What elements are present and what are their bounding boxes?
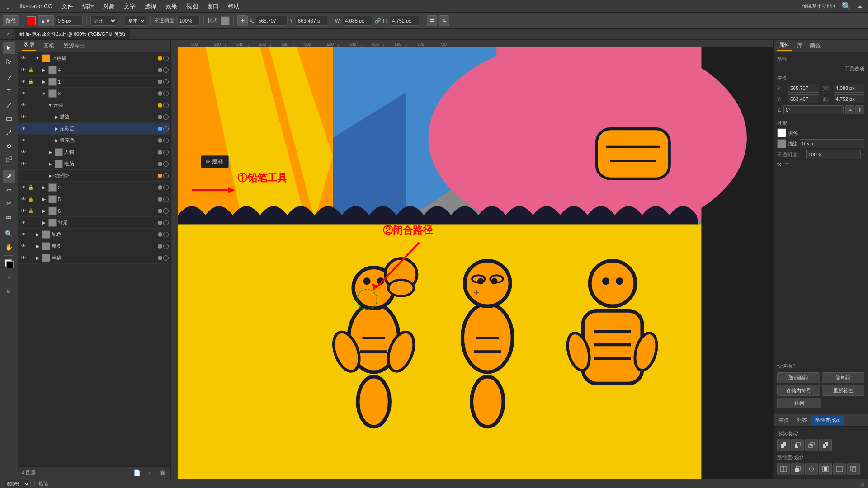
transform-tab[interactable]: 变换	[775, 416, 793, 425]
layer-row[interactable]: 👁▼云朵	[18, 99, 170, 111]
layer-lock-btn[interactable]	[27, 137, 34, 144]
layer-eye-btn[interactable]: 👁	[20, 184, 27, 191]
menu-object[interactable]: 对象	[99, 1, 118, 11]
fx-more-icon[interactable]: ⋯	[785, 161, 790, 167]
scissors-tool[interactable]: ✂	[3, 197, 15, 210]
layer-lock-btn[interactable]	[27, 254, 34, 262]
search-icon[interactable]: 🔍	[841, 1, 855, 11]
layer-expand-btn[interactable]: ▶	[47, 161, 53, 167]
minus-front-btn[interactable]	[791, 439, 804, 451]
intersect-btn[interactable]	[805, 439, 818, 451]
canvas-area[interactable]: 500|520|540|560|580|600|620|640|660|680|…	[171, 40, 773, 479]
stroke-width-input[interactable]	[56, 16, 83, 26]
layer-lock-btn[interactable]	[27, 219, 34, 226]
direct-select-tool[interactable]	[3, 55, 15, 68]
line-tool[interactable]	[3, 99, 15, 112]
layer-expand-btn[interactable]: ▼	[47, 102, 53, 108]
layer-row[interactable]: 👁🔒▶5	[18, 193, 170, 205]
layer-lock-btn[interactable]	[27, 113, 34, 121]
flip-v-btn[interactable]: ⇕	[855, 105, 864, 114]
layer-expand-btn[interactable]: ▶	[41, 184, 47, 191]
layer-expand-btn[interactable]: ▶	[41, 79, 47, 85]
tab-asset-export[interactable]: 资源导出	[61, 41, 87, 51]
layer-row[interactable]: 👁▶填充色	[18, 135, 170, 146]
zoom-select[interactable]: 600% 400% 200% 100%	[4, 480, 31, 488]
x-value-box[interactable]: 565.707	[788, 84, 819, 93]
layer-expand-btn[interactable]: ▶	[41, 208, 47, 214]
layer-expand-btn[interactable]: ▶	[47, 173, 53, 179]
rotate-tool[interactable]	[3, 140, 15, 152]
layer-eye-btn[interactable]: 👁	[20, 243, 27, 250]
layer-lock-btn[interactable]: 🔒	[27, 78, 34, 85]
simple-group-btn[interactable]: 简单组	[822, 372, 865, 383]
layer-row[interactable]: 👁▶电脑	[18, 158, 170, 170]
layer-expand-btn[interactable]: ▶	[41, 67, 47, 73]
x-input[interactable]	[256, 16, 288, 26]
layer-target-circle[interactable]	[163, 79, 169, 84]
fill-none[interactable]: ∅	[3, 285, 15, 297]
layer-lock-btn[interactable]: 🔒	[27, 196, 34, 203]
layer-target-circle[interactable]	[163, 161, 169, 167]
layer-expand-btn[interactable]: ▶	[53, 137, 60, 144]
layer-lock-btn[interactable]	[27, 125, 34, 132]
y-input[interactable]	[296, 16, 327, 26]
w-value-box[interactable]: 4.088 px	[834, 84, 865, 93]
exclude-btn[interactable]	[819, 439, 832, 451]
layer-target-circle[interactable]	[163, 185, 169, 190]
layer-lock-btn[interactable]	[27, 90, 34, 97]
layer-row[interactable]: 👁▶人物	[18, 146, 170, 158]
layer-target-circle[interactable]	[163, 67, 169, 73]
grid-icon[interactable]: ⊞	[237, 15, 248, 26]
angle-value[interactable]: 0°	[783, 105, 844, 114]
layer-row[interactable]: 👁▼3	[18, 88, 170, 99]
canvas-content[interactable]: ①铅笔工具 ②闭合路径 ✛ ✏ 魔棒	[178, 47, 773, 479]
layer-expand-btn[interactable]: ▶	[41, 220, 47, 226]
selection-tool[interactable]	[3, 42, 15, 54]
fx-label[interactable]: fx	[777, 161, 781, 167]
apple-menu[interactable]: 	[4, 2, 13, 11]
layer-lock-btn[interactable]: 🔒	[27, 207, 34, 215]
layer-eye-btn[interactable]: 👁	[20, 66, 27, 74]
ungroup-btn[interactable]: 取消编组	[777, 372, 820, 383]
menu-select[interactable]: 选择	[141, 1, 160, 11]
layer-row[interactable]: 👁🔒▶1	[18, 76, 170, 88]
scale-select[interactable]: 等比 非等比	[90, 16, 117, 26]
w-input[interactable]	[343, 16, 372, 26]
layer-eye-btn[interactable]: 👁	[20, 207, 27, 215]
layer-target-circle[interactable]	[163, 103, 169, 108]
layer-lock-btn[interactable]	[27, 243, 34, 250]
layer-expand-btn[interactable]: ▶	[34, 255, 41, 261]
layer-row[interactable]: 👁▶配色	[18, 229, 170, 240]
style-select[interactable]: 基本	[125, 16, 146, 26]
opacity-display[interactable]: 100%	[806, 150, 861, 159]
tab-library[interactable]: 库	[795, 41, 804, 51]
menu-effect[interactable]: 效果	[162, 1, 181, 11]
menu-view[interactable]: 视图	[183, 1, 202, 11]
pencil-tool[interactable]	[3, 170, 15, 183]
layer-expand-btn[interactable]: ▶	[53, 114, 60, 120]
make-sublayer-btn[interactable]: 📄	[132, 469, 142, 478]
layer-target-circle[interactable]	[163, 220, 169, 225]
h-input[interactable]	[390, 16, 419, 26]
layer-target-circle[interactable]	[163, 114, 169, 120]
outline-btn[interactable]	[833, 463, 846, 475]
delete-layer-btn[interactable]: 🗑	[158, 469, 167, 478]
pen-tool[interactable]	[3, 72, 15, 84]
layer-eye-btn[interactable]: 👁	[20, 55, 27, 62]
text-tool[interactable]: T	[3, 85, 15, 98]
layer-expand-btn[interactable]: ▶	[41, 196, 47, 202]
stroke-swatch[interactable]	[777, 139, 786, 148]
layer-eye-btn[interactable]: 👁	[20, 254, 27, 262]
menu-text[interactable]: 文字	[120, 1, 139, 11]
zoom-tool[interactable]: 🔍	[3, 227, 15, 240]
swap-colors[interactable]: ⇄	[3, 271, 15, 284]
merge-btn[interactable]	[805, 463, 818, 475]
layer-target-circle[interactable]	[163, 197, 169, 202]
link-icon[interactable]: 🔗	[374, 17, 381, 24]
recolor-btn[interactable]: 重新着色	[822, 385, 865, 396]
layer-eye-btn[interactable]: 👁	[20, 137, 27, 144]
opacity-expand-icon[interactable]: ›	[863, 152, 864, 157]
layer-lock-btn[interactable]: 🔒	[27, 66, 34, 74]
smooth-tool[interactable]	[3, 183, 15, 196]
layer-lock-btn[interactable]: 🔒	[27, 184, 34, 191]
